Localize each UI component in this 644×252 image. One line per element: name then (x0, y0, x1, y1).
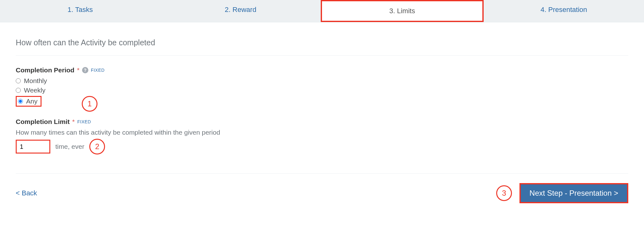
radio-weekly[interactable]: Weekly (16, 87, 628, 94)
callout-2: 2 (89, 139, 105, 154)
radio-monthly-input[interactable] (16, 78, 21, 83)
wizard-step-reward[interactable]: 2. Reward (160, 0, 321, 22)
next-step-button[interactable]: Next Step - Presentation > (519, 183, 628, 203)
radio-monthly-label: Monthly (24, 77, 47, 85)
completion-period-label-row: Completion Period * ? FIXED (16, 66, 628, 74)
radio-weekly-label: Weekly (24, 87, 45, 94)
required-mark: * (72, 118, 75, 126)
fixed-badge: FIXED (77, 119, 91, 124)
completion-limit-help: How many times can this activity be comp… (16, 129, 628, 136)
callout-1: 1 (82, 96, 97, 112)
wizard-step-tasks[interactable]: 1. Tasks (0, 0, 160, 22)
completion-limit-row: time, ever 2 (16, 139, 628, 154)
section-title: How often can the Activity be completed (16, 38, 628, 56)
completion-limit-block: Completion Limit * FIXED How many times … (16, 118, 628, 154)
wizard-step-limits[interactable]: 3. Limits (321, 0, 484, 22)
wizard-header: 1. Tasks 2. Reward 3. Limits 4. Presenta… (0, 0, 644, 22)
callout-3: 3 (496, 185, 512, 201)
radio-weekly-input[interactable] (16, 88, 21, 93)
completion-period-block: Completion Period * ? FIXED Monthly Week… (16, 66, 628, 109)
completion-limit-suffix: time, ever (55, 143, 84, 150)
help-icon[interactable]: ? (82, 67, 88, 73)
content-area: How often can the Activity be completed … (0, 22, 644, 216)
radio-any-input[interactable] (18, 99, 23, 104)
radio-any[interactable]: Any (16, 96, 42, 107)
completion-limit-label: Completion Limit (16, 118, 70, 126)
completion-limit-input[interactable] (16, 140, 50, 154)
fixed-badge: FIXED (91, 68, 105, 73)
wizard-step-presentation[interactable]: 4. Presentation (484, 0, 644, 22)
radio-monthly[interactable]: Monthly (16, 77, 628, 85)
required-mark: * (77, 66, 80, 74)
radio-any-label: Any (26, 98, 37, 105)
back-link[interactable]: < Back (16, 189, 37, 197)
footer: < Back 3 Next Step - Presentation > (16, 173, 628, 203)
completion-limit-label-row: Completion Limit * FIXED (16, 118, 628, 126)
completion-period-label: Completion Period (16, 66, 75, 74)
right-actions: 3 Next Step - Presentation > (496, 183, 628, 203)
